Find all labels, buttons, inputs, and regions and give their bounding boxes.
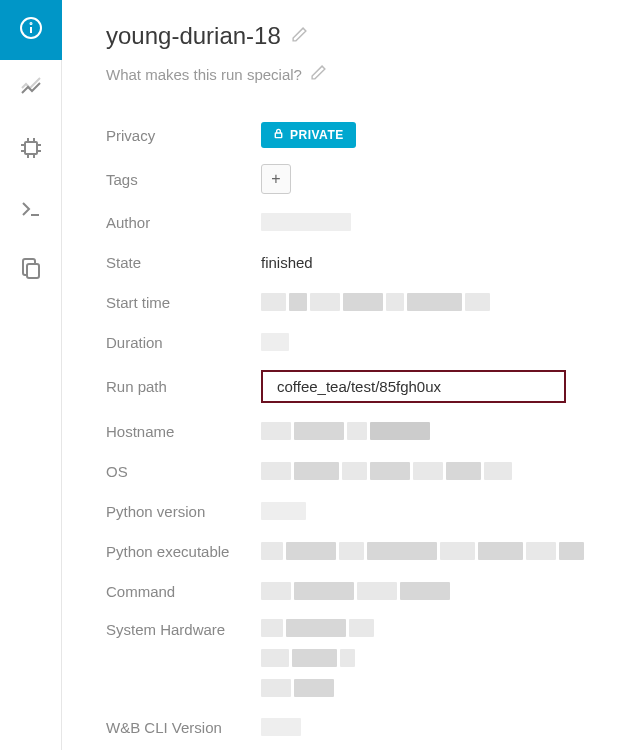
redacted-author <box>261 213 351 231</box>
value-syshw <box>261 611 602 707</box>
copy-icon <box>19 256 43 284</box>
main-content: young-durian-18 What makes this run spec… <box>62 0 622 750</box>
svg-point-2 <box>30 23 31 24</box>
sidebar-item-terminal[interactable] <box>0 180 62 240</box>
value-duration <box>261 322 602 362</box>
sidebar-item-info[interactable] <box>0 0 62 60</box>
redacted-pyexec <box>261 542 584 560</box>
add-tag-button[interactable]: + <box>261 164 291 194</box>
edit-title-button[interactable] <box>291 26 308 47</box>
redacted-hw3 <box>261 679 334 697</box>
value-command <box>261 571 602 611</box>
details-table: Privacy PRIVATE Tags + Author State fini… <box>106 114 602 747</box>
label-duration: Duration <box>106 322 261 362</box>
redacted-hostname <box>261 422 430 440</box>
sidebar <box>0 0 62 750</box>
label-state: State <box>106 242 261 282</box>
redacted-starttime <box>261 293 490 311</box>
value-os <box>261 451 602 491</box>
redacted-hw2 <box>261 649 355 667</box>
value-pyexec <box>261 531 602 571</box>
svg-rect-3 <box>25 142 37 154</box>
value-author <box>261 202 602 242</box>
value-hostname <box>261 411 602 451</box>
label-privacy: Privacy <box>106 114 261 156</box>
edit-description-button[interactable] <box>310 64 327 84</box>
value-tags: + <box>261 156 602 202</box>
redacted-os <box>261 462 512 480</box>
chart-icon <box>19 76 43 104</box>
redacted-duration <box>261 333 289 351</box>
label-starttime: Start time <box>106 282 261 322</box>
value-runpath: coffee_tea/test/85fgh0ux <box>261 362 602 411</box>
description-placeholder: What makes this run special? <box>106 66 302 83</box>
redacted-cliv <box>261 718 301 736</box>
label-pyexec: Python executable <box>106 531 261 571</box>
label-cliversion: W&B CLI Version <box>106 707 261 747</box>
value-pyversion <box>261 491 602 531</box>
redacted-command <box>261 582 450 600</box>
label-tags: Tags <box>106 156 261 202</box>
run-path-box[interactable]: coffee_tea/test/85fgh0ux <box>261 370 566 403</box>
svg-rect-14 <box>275 133 281 138</box>
svg-rect-13 <box>27 264 39 278</box>
run-title: young-durian-18 <box>106 22 281 50</box>
cpu-icon <box>19 136 43 164</box>
redacted-hw1 <box>261 619 374 637</box>
label-author: Author <box>106 202 261 242</box>
label-pyversion: Python version <box>106 491 261 531</box>
label-os: OS <box>106 451 261 491</box>
value-cliversion <box>261 707 602 747</box>
label-syshw: System Hardware <box>106 611 261 707</box>
label-hostname: Hostname <box>106 411 261 451</box>
pencil-icon <box>291 29 308 46</box>
pencil-icon <box>310 67 327 84</box>
privacy-badge[interactable]: PRIVATE <box>261 122 356 148</box>
label-command: Command <box>106 571 261 611</box>
title-row: young-durian-18 <box>106 22 602 50</box>
description-row[interactable]: What makes this run special? <box>106 64 602 84</box>
redacted-pyversion <box>261 502 306 520</box>
value-starttime <box>261 282 602 322</box>
terminal-icon <box>19 196 43 224</box>
privacy-text: PRIVATE <box>290 128 344 142</box>
lock-icon <box>273 128 284 142</box>
value-state: finished <box>261 242 602 282</box>
sidebar-item-charts[interactable] <box>0 60 62 120</box>
value-privacy: PRIVATE <box>261 114 602 156</box>
label-runpath: Run path <box>106 362 261 411</box>
sidebar-item-files[interactable] <box>0 240 62 300</box>
info-icon <box>19 16 43 44</box>
sidebar-item-system[interactable] <box>0 120 62 180</box>
